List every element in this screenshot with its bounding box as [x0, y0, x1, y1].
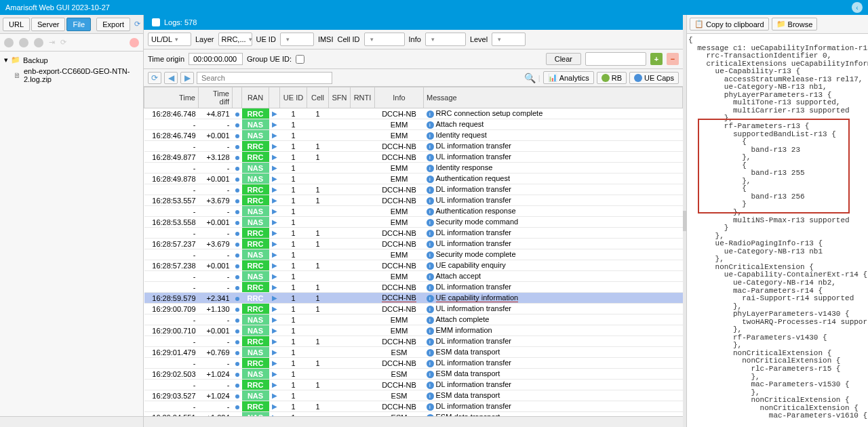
browse-button[interactable]: 📁Browse: [772, 18, 818, 30]
close-icon[interactable]: [130, 38, 139, 47]
filter-ueid[interactable]: ▾: [280, 33, 314, 46]
time-row: Time origin Group UE ID: Clear + −: [144, 49, 683, 69]
chart-icon: 📊: [548, 73, 557, 82]
table-row[interactable]: --RRC▶11DCCH-NBiDL information transfer: [144, 336, 683, 347]
clipboard-icon: 📋: [694, 20, 704, 28]
table-row[interactable]: --RRC▶11DCCH-NBiDL information transfer: [144, 282, 683, 293]
refresh-icon[interactable]: ⟳: [134, 20, 140, 28]
collapse-icon[interactable]: ‹: [852, 2, 863, 13]
tree-file-log[interactable]: 🗎 enb-export-CC660D-GEO-NTN-2.log.zip: [1, 66, 142, 85]
filter-row: UL/DL▾ Layer RRC,...▾ UE ID ▾ IMSI Cell …: [144, 30, 683, 49]
table-row[interactable]: --RRC▶11DCCH-NBiDL information transfer: [144, 401, 683, 412]
filter-level-label: Level: [470, 35, 488, 43]
table-row[interactable]: 16:29:00.709+1.130RRC▶11DCCH-NBiUL infor…: [144, 304, 683, 314]
server-button[interactable]: Server: [31, 18, 65, 31]
expand-icon: ▾: [4, 56, 8, 64]
detail-panel: 📋Copy to clipboard 📁Browse { message c1:…: [686, 15, 868, 427]
detail-text[interactable]: { message c1: ueCapabilityInformation-r1…: [687, 34, 868, 427]
table-row[interactable]: --NAS▶1EMMiSecurity mode complete: [144, 249, 683, 260]
file-icon: 🗎: [14, 71, 21, 79]
table-row[interactable]: 16:28:57.237+3.679RRC▶11DCCH-NBiUL infor…: [144, 239, 683, 249]
nav-left-icon[interactable]: [4, 38, 14, 47]
group-ueid-label: Group UE ID:: [247, 55, 292, 63]
table-row[interactable]: 16:28:49.877+3.128RRC▶11DCCH-NBiUL infor…: [144, 152, 683, 163]
filter-cellid-label: Cell ID: [338, 35, 360, 43]
filter-layer-label: Layer: [195, 35, 214, 43]
log-grid[interactable]: TimeTime diffRANUE IDCellSFNRNTIInfoMess…: [144, 87, 683, 416]
file-tree: ▾ 📁 Backup 🗎 enb-export-CC660D-GEO-NTN-2…: [0, 52, 143, 416]
sidebar: URL Server File Export ⟳ ⇥ ⟳ ▾ 📁 Backup: [0, 15, 144, 427]
table-row[interactable]: --RRC▶11DCCH-NBiDL information transfer: [144, 380, 683, 390]
table-row[interactable]: --RRC▶11DCCH-NBiDL information transfer: [144, 228, 683, 239]
table-row[interactable]: 16:28:53.558+0.001NAS▶1EMMiSecurity mode…: [144, 217, 683, 228]
binoculars-icon[interactable]: 🔍: [524, 73, 536, 83]
sidebar-scrollbar[interactable]: [0, 416, 143, 427]
splitter[interactable]: [683, 15, 686, 427]
table-row[interactable]: 16:28:57.238+0.001RRC▶11DCCH-NBiUE capab…: [144, 260, 683, 271]
tab-label: Logs: 578: [164, 18, 197, 26]
search-input[interactable]: [197, 72, 332, 84]
folder-icon: 📁: [11, 56, 20, 64]
tab-header: Logs: 578: [144, 15, 683, 30]
clear-button[interactable]: Clear: [546, 53, 581, 65]
filter-level[interactable]: ▾: [492, 33, 526, 46]
table-row[interactable]: --NAS▶1EMMiAttach accept: [144, 271, 683, 282]
file-label: enb-export-CC660D-GEO-NTN-2.log.zip: [24, 67, 139, 83]
remove-filter-button[interactable]: −: [667, 53, 679, 65]
table-row[interactable]: --NAS▶1EMMiAttach request: [144, 119, 683, 130]
filter-uldl[interactable]: UL/DL▾: [148, 33, 191, 46]
analytics-button[interactable]: 📊Analytics: [543, 71, 594, 84]
table-row[interactable]: 16:29:03.527+1.024NAS▶1ESMiESM data tran…: [144, 390, 683, 401]
search-row: ⟳ ◀ ▶ 🔍 | 📊Analytics RB UE Caps: [144, 69, 683, 87]
url-button[interactable]: URL: [3, 18, 30, 31]
table-row[interactable]: 16:28:46.748+4.871RRC▶11DCCH-NBiRRC conn…: [144, 108, 683, 119]
group-ueid-checkbox[interactable]: [296, 55, 304, 64]
titlebar: Amarisoft Web GUI 2023-10-27 ‹: [0, 0, 868, 15]
table-row[interactable]: --RRC▶11DCCH-NBiDL information transfer: [144, 141, 683, 152]
time-origin-input[interactable]: [189, 53, 243, 65]
tree-folder-backup[interactable]: ▾ 📁 Backup: [1, 54, 142, 66]
time-origin-label: Time origin: [148, 55, 184, 63]
table-row[interactable]: --NAS▶1EMMiAuthentication response: [144, 206, 683, 217]
copy-button[interactable]: 📋Copy to clipboard: [690, 18, 769, 30]
table-row[interactable]: --NAS▶1EMMiIdentity response: [144, 163, 683, 174]
loop-icon[interactable]: ⟳: [60, 38, 66, 47]
folder-icon: 📁: [776, 20, 786, 28]
table-row[interactable]: 16:29:02.503+1.024NAS▶1ESMiESM data tran…: [144, 369, 683, 380]
record-icon[interactable]: [19, 38, 28, 47]
table-row[interactable]: 16:29:01.479+0.769NAS▶1ESMiESM data tran…: [144, 347, 683, 358]
tab-icon: [152, 18, 160, 26]
table-row[interactable]: --NAS▶1EMMiAttach complete: [144, 314, 683, 325]
folder-label: Backup: [23, 56, 48, 64]
refresh-button[interactable]: ⟳: [148, 72, 161, 84]
rb-icon: [601, 74, 610, 82]
table-row[interactable]: 16:28:49.878+0.001NAS▶1EMMiAuthenticatio…: [144, 174, 683, 184]
table-row[interactable]: 16:28:53.557+3.679RRC▶11DCCH-NBiUL infor…: [144, 195, 683, 206]
filter-imsi-label: IMSI: [318, 35, 334, 43]
tab-logs[interactable]: Logs: 578: [144, 16, 205, 28]
prev-button[interactable]: ◀: [164, 72, 178, 84]
filter-extra-select[interactable]: [585, 52, 646, 66]
table-row[interactable]: --RRC▶11DCCH-NBiDL information transfer: [144, 358, 683, 369]
app-title: Amarisoft Web GUI 2023-10-27: [5, 3, 110, 12]
filter-info[interactable]: ▾: [425, 33, 466, 46]
table-row[interactable]: 16:29:00.710+0.001NAS▶1EMMiEMM informati…: [144, 325, 683, 336]
add-filter-button[interactable]: +: [650, 53, 663, 65]
filter-layer[interactable]: RRC,...▾: [218, 33, 252, 46]
export-button[interactable]: Export: [96, 18, 130, 31]
nav-right-icon[interactable]: [34, 38, 43, 47]
step-icon[interactable]: ⇥: [49, 38, 55, 47]
rb-button[interactable]: RB: [597, 72, 627, 84]
grid-scrollbar[interactable]: [144, 416, 683, 427]
filter-ueid-label: UE ID: [256, 35, 276, 43]
table-row[interactable]: --RRC▶11DCCH-NBiDL information transfer: [144, 184, 683, 195]
uecaps-button[interactable]: UE Caps: [629, 72, 679, 84]
uecaps-icon: [634, 74, 642, 82]
filter-cellid[interactable]: ▾: [364, 33, 405, 46]
table-row[interactable]: 16:28:46.749+0.001NAS▶1EMMiIdentity requ…: [144, 130, 683, 141]
file-button[interactable]: File: [66, 18, 91, 31]
next-button[interactable]: ▶: [180, 72, 194, 84]
table-row[interactable]: 16:28:59.579+2.341RRC▶11DCCH-NBiUE capab…: [144, 293, 683, 304]
filter-info-label: Info: [409, 35, 421, 43]
